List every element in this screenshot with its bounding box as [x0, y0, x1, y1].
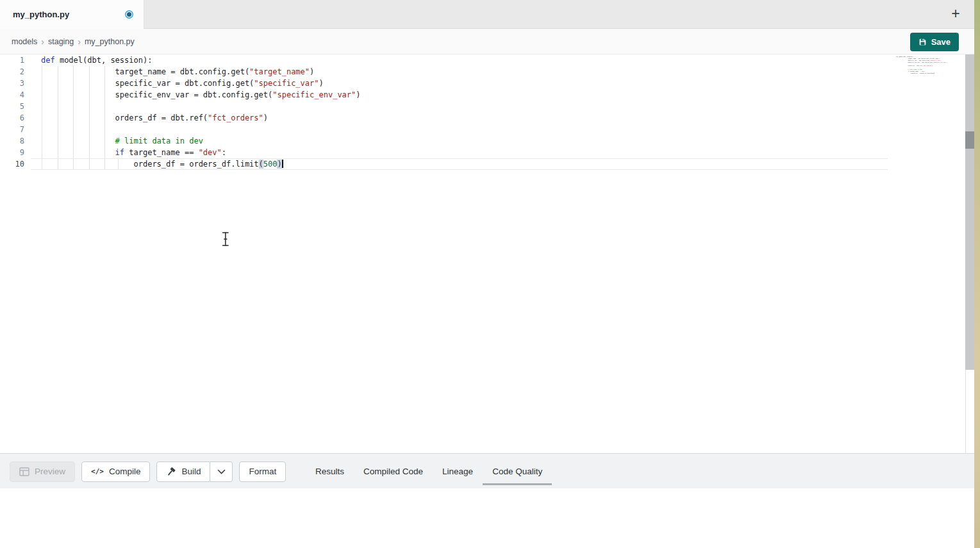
code-line[interactable]: specific_env_var = dbt.config.get("speci… [31, 89, 888, 101]
code-token: : [222, 148, 226, 157]
code-line[interactable]: if target_name == "dev": [31, 147, 888, 158]
code-line[interactable]: specific_var = dbt.config.get("specific_… [31, 78, 888, 89]
code-editor[interactable]: 12345678910 def model(dbt, session): tar… [0, 54, 974, 453]
code-token [41, 148, 115, 157]
format-button[interactable]: Format [239, 461, 286, 482]
code-brackets-icon: </> [91, 467, 104, 476]
code-token: orders_df = orders_df.limit [41, 160, 259, 169]
line-number: 6 [0, 112, 31, 124]
tab-compiled-code[interactable]: Compiled Code [354, 454, 433, 489]
code-token: target_name == [124, 148, 199, 157]
file-tab-label: my_python.py [13, 10, 69, 19]
tab-lineage[interactable]: Lineage [433, 454, 483, 489]
breadcrumb-separator-icon: › [78, 37, 81, 47]
breadcrumb-item-staging[interactable]: staging [48, 37, 74, 46]
desktop-background-edge [974, 0, 980, 548]
code-line[interactable] [31, 124, 888, 135]
file-tab-my-python[interactable]: my_python.py [0, 0, 144, 29]
compile-button[interactable]: </> Compile [81, 461, 150, 482]
code-token: model(dbt, session): [55, 56, 153, 65]
code-token: ) [934, 72, 934, 74]
table-grid-icon [19, 467, 29, 476]
text-cursor [282, 160, 283, 168]
line-number-gutter: 12345678910 [0, 54, 31, 170]
code-token: ) [263, 113, 268, 122]
new-tab-button[interactable]: + [947, 4, 964, 23]
vertical-scrollbar[interactable] [965, 54, 974, 370]
bottom-toolbar: Preview </> Compile Bui [0, 453, 974, 488]
tab-code-quality[interactable]: Code Quality [483, 454, 552, 489]
build-options-dropdown[interactable] [210, 461, 233, 482]
line-number: 8 [0, 135, 31, 147]
text-ibeam-cursor-icon [221, 231, 230, 249]
breadcrumb-separator-icon: › [41, 37, 44, 47]
code-token: "target_name" [249, 67, 310, 76]
code-token: "fct_orders" [923, 65, 932, 67]
code-content[interactable]: def model(dbt, session): target_name = d… [31, 54, 888, 170]
editor-tab-bar: my_python.py + [0, 0, 974, 29]
breadcrumb-item-file[interactable]: my_python.py [85, 37, 135, 46]
tab-results[interactable]: Results [306, 454, 354, 489]
code-token: # limit data in dev [115, 137, 203, 145]
line-number: 7 [0, 124, 31, 135]
code-token: specific_env_var = dbt.config.get( [896, 62, 933, 63]
code-token: orders_df = dbt.ref( [41, 113, 208, 122]
preview-button-label: Preview [35, 467, 65, 476]
build-button-label: Build [181, 467, 201, 476]
minimap[interactable]: def model(dbt, session): target_name = d… [896, 56, 964, 133]
code-token: orders_df = orders_df.limit [896, 72, 931, 74]
code-token: "specific_env_var" [933, 62, 947, 63]
code-line[interactable]: orders_df = dbt.ref("fct_orders") [31, 112, 888, 124]
minimap-content: def model(dbt, session): target_name = d… [896, 56, 961, 74]
unsaved-changes-dot-icon [125, 10, 133, 19]
code-line[interactable]: target_name = dbt.config.get("target_nam… [31, 66, 888, 78]
code-token: ) [947, 62, 947, 63]
code-token: target_name = dbt.config.get( [41, 67, 249, 76]
save-button-label: Save [931, 37, 951, 47]
line-number: 5 [0, 101, 31, 112]
breadcrumb-item-models[interactable]: models [12, 37, 37, 46]
code-token: "fct_orders" [208, 113, 263, 122]
code-token: ) [310, 67, 314, 76]
panel-body [0, 488, 974, 548]
panel-tabs: Results Compiled Code Lineage Code Quali… [306, 454, 552, 489]
code-line[interactable] [31, 101, 888, 112]
editor-right-edge [965, 370, 966, 453]
code-token: "dev" [199, 148, 222, 157]
code-token: specific_var = dbt.config.get( [41, 79, 254, 88]
line-number: 1 [0, 54, 31, 66]
code-token: "specific_env_var" [272, 90, 356, 99]
code-token: ) [356, 90, 360, 99]
code-token: ) [931, 65, 932, 67]
scrollbar-thumb[interactable] [965, 131, 974, 149]
line-number: 3 [0, 78, 31, 89]
preview-button[interactable]: Preview [10, 461, 75, 482]
build-button[interactable]: Build [156, 461, 210, 482]
code-line[interactable]: # limit data in dev [31, 135, 888, 147]
code-token: 500 [263, 160, 278, 169]
code-token: ) [319, 79, 324, 88]
code-line: orders_df = orders_df.limit(500) [896, 72, 961, 74]
build-split-button: Build [156, 461, 233, 482]
code-token: "specific_var" [254, 79, 319, 88]
line-number: 4 [0, 89, 31, 101]
format-button-label: Format [249, 467, 276, 476]
line-number: 2 [0, 66, 31, 78]
code-line[interactable]: def model(dbt, session): [31, 54, 888, 66]
hammer-icon [166, 467, 176, 477]
code-token: if [115, 148, 124, 157]
code-token: specific_env_var = dbt.config.get( [41, 90, 272, 99]
code-token [41, 137, 115, 145]
code-token: ) [277, 160, 281, 169]
breadcrumb: models › staging › my_python.py [12, 29, 135, 54]
code-token: def [41, 56, 55, 65]
floppy-disk-icon [918, 38, 927, 46]
code-line[interactable]: orders_df = orders_df.limit(500) [31, 158, 888, 170]
code-token: orders_df = dbt.ref( [896, 65, 923, 67]
compile-button-label: Compile [109, 467, 141, 476]
code-token: ( [259, 160, 263, 169]
save-button[interactable]: Save [910, 33, 959, 51]
breadcrumb-bar: models › staging › my_python.py Save [0, 29, 974, 54]
line-number: 9 [0, 147, 31, 158]
action-buttons: Preview </> Compile Bui [10, 454, 286, 489]
